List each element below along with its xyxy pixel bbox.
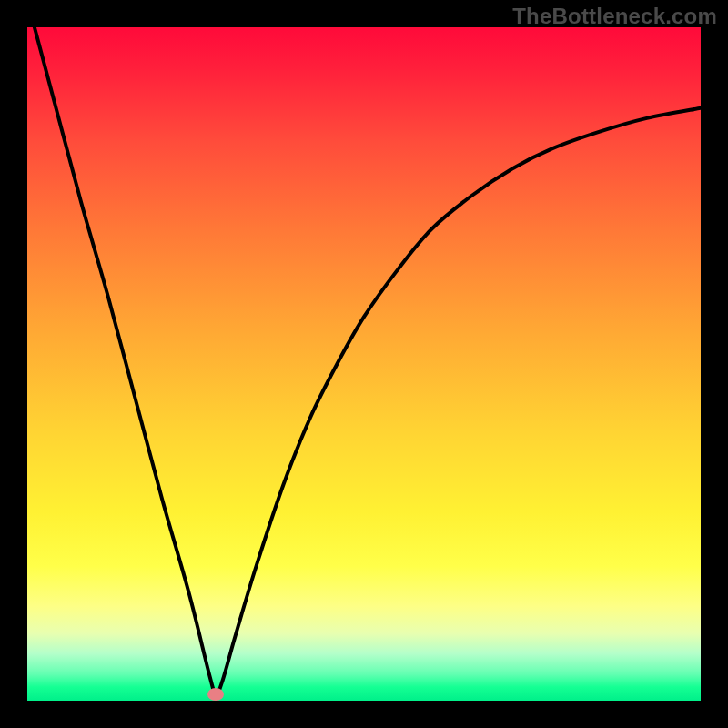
- minimum-dot: [207, 688, 224, 701]
- chart-plot-area: [27, 27, 701, 701]
- bottleneck-curve: [27, 27, 701, 694]
- curve-layer: [27, 27, 701, 701]
- watermark-text: TheBottleneck.com: [512, 4, 717, 29]
